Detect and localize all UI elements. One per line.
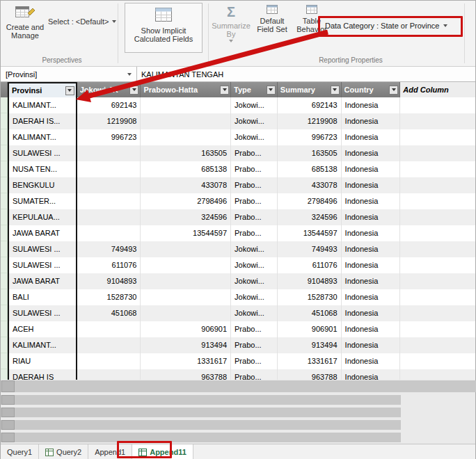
calc-row-header[interactable]: [1, 408, 15, 417]
row-selector[interactable]: [1, 145, 8, 161]
sheet-tab-append1[interactable]: Append1: [88, 444, 132, 459]
cell-jokowi[interactable]: 451068: [77, 305, 141, 321]
cell-add-column[interactable]: [400, 193, 475, 209]
cell-provinsi[interactable]: JAWA BARAT: [8, 225, 77, 241]
cell-type[interactable]: Prabo...: [231, 225, 278, 241]
column-header-summary[interactable]: Summary: [278, 82, 342, 97]
cell-prabowo[interactable]: 1331617: [141, 353, 231, 369]
row-selector[interactable]: [1, 369, 8, 380]
cell-add-column[interactable]: [400, 177, 475, 193]
cell-provinsi[interactable]: SULAWESI ...: [8, 257, 77, 273]
cell-country[interactable]: Indonesia: [342, 337, 401, 353]
filter-dropdown-icon[interactable]: [331, 86, 340, 95]
cell-prabowo[interactable]: [141, 289, 231, 305]
cell-prabowo[interactable]: 13544597: [141, 225, 231, 241]
cell-provinsi[interactable]: SULAWESI ...: [8, 145, 77, 161]
cell-add-column[interactable]: [400, 241, 475, 257]
row-selector[interactable]: [1, 193, 8, 209]
cell-jokowi[interactable]: [77, 337, 141, 353]
cell-country[interactable]: Indonesia: [342, 305, 401, 321]
calc-row[interactable]: [1, 420, 401, 430]
cell-jokowi[interactable]: [77, 193, 141, 209]
row-selector[interactable]: [1, 113, 8, 129]
cell-jokowi[interactable]: [77, 145, 141, 161]
cell-provinsi[interactable]: RIAU: [8, 353, 77, 369]
cell-summary[interactable]: 963788: [278, 369, 342, 380]
cell-add-column[interactable]: [400, 257, 475, 273]
column-header-prabowo-hatta[interactable]: Prabowo-Hatta: [141, 82, 231, 97]
cell-jokowi[interactable]: [77, 209, 141, 225]
cell-jokowi[interactable]: 1219908: [77, 113, 141, 129]
cell-country[interactable]: Indonesia: [342, 369, 401, 380]
data-category-dropdown[interactable]: Data Category : State or Province: [325, 22, 447, 30]
cell-jokowi[interactable]: [77, 369, 141, 380]
cell-type[interactable]: Jokowi...: [231, 273, 278, 289]
calc-row-header[interactable]: [1, 433, 15, 442]
row-selector[interactable]: [1, 337, 8, 353]
cell-summary[interactable]: 433078: [278, 177, 342, 193]
cell-add-column[interactable]: [400, 129, 475, 145]
cell-add-column[interactable]: [400, 321, 475, 337]
cell-provinsi[interactable]: KEPULAUA...: [8, 209, 77, 225]
cell-prabowo[interactable]: [141, 241, 231, 257]
cell-type[interactable]: Prabo...: [231, 193, 278, 209]
cell-summary[interactable]: 13544597: [278, 225, 342, 241]
cell-summary[interactable]: 2798496: [278, 193, 342, 209]
cell-provinsi[interactable]: BALI: [8, 289, 77, 305]
cell-type[interactable]: Jokowi...: [231, 257, 278, 273]
filter-dropdown-icon[interactable]: [129, 86, 138, 95]
cell-jokowi[interactable]: [77, 321, 141, 337]
cell-provinsi[interactable]: JAWA BARAT: [8, 273, 77, 289]
cell-add-column[interactable]: [400, 369, 475, 380]
column-header-jokowi-jk[interactable]: Jokowi-JK: [77, 82, 141, 97]
cell-prabowo[interactable]: 433078: [141, 177, 231, 193]
cell-prabowo[interactable]: [141, 305, 231, 321]
cell-jokowi[interactable]: 9104893: [77, 273, 141, 289]
cell-provinsi[interactable]: KALIMANT...: [8, 97, 77, 113]
cell-summary[interactable]: 913494: [278, 337, 342, 353]
row-selector[interactable]: [1, 273, 8, 289]
cell-jokowi[interactable]: 1528730: [77, 289, 141, 305]
cell-prabowo[interactable]: 906901: [141, 321, 231, 337]
cell-summary[interactable]: 685138: [278, 161, 342, 177]
row-selector[interactable]: [1, 321, 8, 337]
cell-add-column[interactable]: [400, 337, 475, 353]
cell-country[interactable]: Indonesia: [342, 113, 401, 129]
row-selector[interactable]: [1, 161, 8, 177]
cell-prabowo[interactable]: 324596: [141, 209, 231, 225]
row-selector[interactable]: [1, 177, 8, 193]
cell-add-column[interactable]: [400, 305, 475, 321]
cell-prabowo[interactable]: [141, 129, 231, 145]
cell-country[interactable]: Indonesia: [342, 161, 401, 177]
cell-prabowo[interactable]: [141, 113, 231, 129]
default-field-set-button[interactable]: Default Field Set: [253, 4, 292, 33]
row-selector[interactable]: [1, 257, 8, 273]
summarize-by-button[interactable]: Σ Summarize By: [211, 4, 251, 42]
row-selector[interactable]: [1, 353, 8, 369]
cell-jokowi[interactable]: 996723: [77, 129, 141, 145]
cell-type[interactable]: Prabo...: [231, 161, 278, 177]
cell-type[interactable]: Prabo...: [231, 145, 278, 161]
cell-add-column[interactable]: [400, 225, 475, 241]
cell-jokowi[interactable]: [77, 161, 141, 177]
cell-country[interactable]: Indonesia: [342, 241, 401, 257]
cell-summary[interactable]: 324596: [278, 209, 342, 225]
cell-provinsi[interactable]: SULAWESI ...: [8, 241, 77, 257]
row-selector[interactable]: [1, 225, 8, 241]
cell-type[interactable]: Jokowi...: [231, 289, 278, 305]
row-selector[interactable]: [1, 97, 8, 113]
cell-provinsi[interactable]: BENGKULU: [8, 177, 77, 193]
cell-type[interactable]: Jokowi...: [231, 305, 278, 321]
cell-summary[interactable]: 749493: [278, 241, 342, 257]
cell-add-column[interactable]: [400, 289, 475, 305]
cell-summary[interactable]: 692143: [278, 97, 342, 113]
filter-dropdown-icon[interactable]: [267, 86, 276, 95]
cell-add-column[interactable]: [400, 161, 475, 177]
cell-summary[interactable]: 1331617: [278, 353, 342, 369]
cell-provinsi[interactable]: NUSA TEN...: [8, 161, 77, 177]
row-selector[interactable]: [1, 289, 8, 305]
cell-prabowo[interactable]: [141, 257, 231, 273]
cell-type[interactable]: Prabo...: [231, 337, 278, 353]
cell-type[interactable]: Jokowi...: [231, 129, 278, 145]
column-header-country[interactable]: Country: [342, 82, 401, 97]
